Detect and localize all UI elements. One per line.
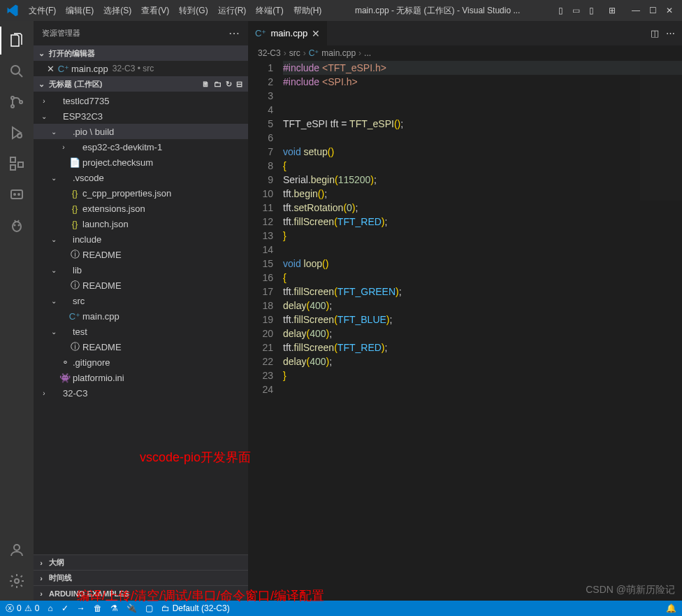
more-icon[interactable]: ⋯ (228, 27, 240, 40)
new-folder-icon[interactable]: 🗀 (214, 80, 222, 89)
maximize-icon[interactable]: ☐ (647, 5, 658, 16)
pio-home-icon[interactable]: ⌂ (48, 603, 52, 613)
tree-item[interactable]: ›32-C3 (34, 385, 248, 401)
code-line[interactable]: tft.fillScreen(TFT_GREEN); (283, 285, 682, 299)
tree-item[interactable]: ⌄src (34, 293, 248, 308)
pio-upload-icon[interactable]: → (77, 603, 85, 613)
code-line[interactable] (283, 243, 682, 257)
menu-item-6[interactable]: 终端(T) (252, 2, 287, 20)
menu-item-0[interactable]: 文件(F) (24, 2, 60, 20)
tree-item[interactable]: ⌄test (34, 324, 248, 339)
tree-item[interactable]: ›esp32-c3-devkitm-1 (34, 139, 248, 155)
pio-terminal-icon[interactable]: ▢ (145, 603, 153, 613)
code-line[interactable]: tft.setRotation(0); (283, 201, 682, 215)
menu-item-1[interactable]: 编辑(E) (61, 2, 98, 20)
code-line[interactable]: #include <TFT_eSPI.h> (283, 61, 682, 75)
breadcrumb-item[interactable]: main.cpp (321, 48, 356, 58)
minimap[interactable] (640, 61, 682, 201)
tree-item[interactable]: ›testlcd7735 (34, 93, 248, 108)
open-editor-item[interactable]: ✕ C⁺ main.cpp 32-C3 • src (34, 61, 248, 76)
code-line[interactable]: delay(400); (283, 354, 682, 368)
section-header[interactable]: ›ARDUINO EXAMPLES (34, 585, 248, 601)
section-header[interactable]: ›时间线 (34, 570, 248, 585)
tree-item[interactable]: {}c_cpp_properties.json (34, 185, 248, 201)
run-debug-icon[interactable] (0, 119, 34, 147)
pio-build-icon[interactable]: ✓ (61, 603, 68, 613)
code-line[interactable]: Serial.begin(115200); (283, 173, 682, 187)
tab-main-cpp[interactable]: C⁺ main.cpp ✕ (248, 21, 328, 45)
accounts-icon[interactable] (0, 536, 34, 564)
code-line[interactable]: tft.begin(); (283, 187, 682, 201)
tree-item[interactable]: 👾platformio.ini (34, 370, 248, 385)
close-icon[interactable]: ✕ (664, 5, 675, 16)
tree-item[interactable]: ⌄.pio \ build (34, 124, 248, 139)
menu-item-5[interactable]: 运行(R) (214, 2, 251, 20)
code-line[interactable]: delay(400); (283, 327, 682, 341)
code-line[interactable]: { (283, 159, 682, 173)
tree-item[interactable]: {}launch.json (34, 216, 248, 231)
tree-item[interactable]: ⌄include (34, 231, 248, 247)
pio-clean-icon[interactable]: 🗑 (94, 603, 102, 613)
breadcrumb-item[interactable]: 32-C3 (258, 48, 281, 58)
menu-item-7[interactable]: 帮助(H) (289, 2, 326, 20)
code-line[interactable]: TFT_eSPI tft = TFT_eSPI(); (283, 117, 682, 131)
new-file-icon[interactable]: 🗎 (202, 80, 210, 89)
search-icon[interactable] (0, 57, 34, 85)
tree-item[interactable]: ⌄ESP32C3 (34, 108, 248, 124)
code-line[interactable]: tft.fillScreen(TFT_BLUE); (283, 313, 682, 327)
menu-item-3[interactable]: 查看(V) (137, 2, 173, 20)
breadcrumb-item[interactable]: src (289, 48, 300, 58)
code-line[interactable] (283, 103, 682, 117)
panel-left-icon[interactable]: ▯ (555, 5, 566, 16)
section-header[interactable]: ›大纲 (34, 554, 248, 570)
code-line[interactable]: } (283, 368, 682, 382)
tree-item[interactable]: C⁺main.cpp (34, 308, 248, 324)
refresh-icon[interactable]: ↻ (226, 80, 232, 89)
notifications-icon[interactable]: 🔔 (666, 603, 676, 613)
code-line[interactable]: tft.fillScreen(TFT_RED); (283, 215, 682, 229)
tree-item[interactable]: ⓘREADME (34, 339, 248, 354)
code-content[interactable]: #include <TFT_eSPI.h>#include <SPI.h>TFT… (283, 61, 682, 601)
problems-status[interactable]: ⓧ0 ⚠0 (6, 603, 39, 615)
code-line[interactable]: { (283, 271, 682, 285)
code-line[interactable] (283, 131, 682, 145)
tree-item[interactable]: ⌄.vscode (34, 170, 248, 185)
open-editors-header[interactable]: ⌄打开的编辑器 (34, 45, 248, 61)
tree-item[interactable]: {}extensions.json (34, 201, 248, 216)
breadcrumbs[interactable]: 32-C3›src›C⁺ main.cpp›... (248, 45, 682, 61)
code-line[interactable]: void setup() (283, 145, 682, 159)
pio-test-icon[interactable]: ⚗ (110, 603, 118, 613)
code-line[interactable] (283, 382, 682, 396)
source-control-icon[interactable] (0, 88, 34, 116)
workspace-header[interactable]: ⌄无标题 (工作区) 🗎 🗀 ↻ ⊟ (34, 76, 248, 92)
platformio-icon[interactable] (0, 211, 34, 239)
more-actions-icon[interactable]: ⋯ (666, 28, 675, 38)
menu-item-4[interactable]: 转到(G) (175, 2, 212, 20)
tree-item[interactable]: ⓘREADME (34, 247, 248, 262)
collapse-icon[interactable]: ⊟ (236, 80, 242, 89)
breadcrumb-item[interactable]: ... (364, 48, 371, 58)
customize-layout-icon[interactable]: ⊞ (607, 5, 618, 16)
tab-close-icon[interactable]: ✕ (312, 28, 320, 39)
close-file-icon[interactable]: ✕ (43, 64, 57, 74)
minimize-icon[interactable]: — (630, 5, 641, 16)
code-line[interactable]: } (283, 229, 682, 243)
split-editor-icon[interactable]: ◫ (651, 28, 659, 38)
arduino-icon[interactable] (0, 180, 34, 208)
panel-bottom-icon[interactable]: ▭ (570, 5, 581, 16)
panel-right-icon[interactable]: ▯ (586, 5, 597, 16)
extensions-icon[interactable] (0, 150, 34, 178)
tree-item[interactable]: ⌄lib (34, 262, 248, 278)
tree-item[interactable]: ⓘREADME (34, 278, 248, 293)
settings-gear-icon[interactable] (0, 567, 34, 595)
pio-monitor-icon[interactable]: 🔌 (126, 603, 137, 613)
menu-item-2[interactable]: 选择(S) (99, 2, 136, 20)
code-line[interactable] (283, 89, 682, 103)
code-line[interactable]: delay(400); (283, 299, 682, 313)
code-line[interactable]: void loop() (283, 257, 682, 271)
code-line[interactable]: #include <SPI.h> (283, 75, 682, 89)
code-editor[interactable]: 123456789101112131415161718192021222324 … (248, 61, 682, 601)
pio-env-switcher[interactable]: 🗀 Default (32-C3) (161, 603, 230, 613)
tree-item[interactable]: ⚬.gitignore (34, 354, 248, 370)
tree-item[interactable]: 📄project.checksum (34, 155, 248, 170)
